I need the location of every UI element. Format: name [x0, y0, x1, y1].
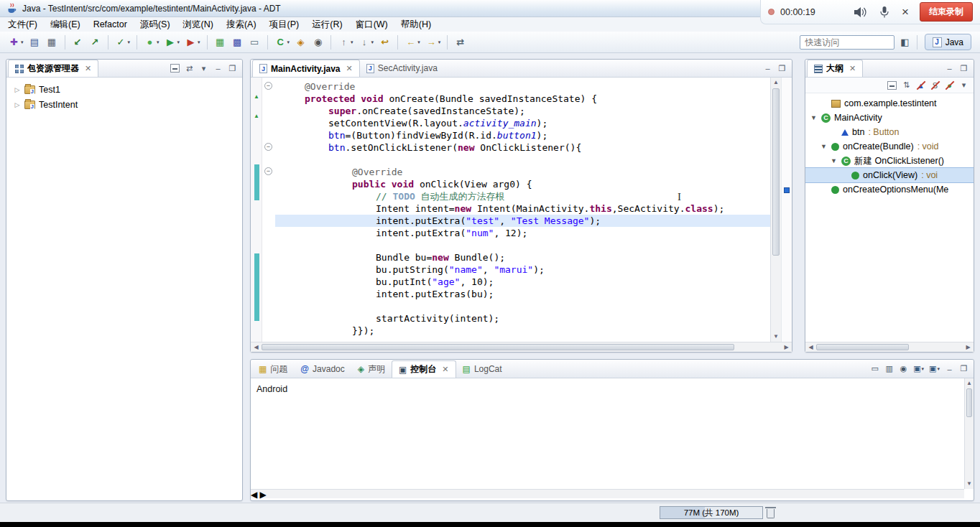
scroll-up-icon[interactable]: ▲: [965, 378, 974, 388]
scroll-lock-icon[interactable]: ▥: [884, 364, 894, 374]
scroll-down-icon[interactable]: ▼: [771, 332, 781, 342]
code-line[interactable]: public void onClick(View arg0) {: [275, 178, 770, 190]
hide-static-members-icon[interactable]: S: [930, 80, 940, 90]
scroll-up-icon[interactable]: ▲: [771, 78, 781, 88]
debug-button[interactable]: ●▾: [142, 34, 162, 50]
collapse-arrow-icon[interactable]: ▼: [830, 157, 838, 164]
fold-collapse-icon[interactable]: −: [264, 82, 272, 90]
code-line[interactable]: @Override: [275, 166, 770, 178]
stop-recording-button[interactable]: 结束录制: [920, 2, 973, 22]
scroll-down-icon[interactable]: ▼: [965, 479, 974, 489]
last-edit-location-button[interactable]: ↩: [376, 34, 393, 50]
new-android-project-button[interactable]: ▦: [212, 34, 228, 50]
code-line[interactable]: setContentView(R.layout.activity_main);: [275, 117, 770, 129]
outline-item[interactable]: onClick(View) : voi: [805, 168, 974, 182]
scrollbar-thumb[interactable]: [772, 88, 780, 256]
editor-tab[interactable]: JSecActivity.java: [360, 60, 444, 77]
export-button[interactable]: ↗: [87, 34, 103, 50]
overview-annotation[interactable]: [784, 187, 790, 193]
link-with-editor-button[interactable]: ⇄: [452, 34, 468, 50]
outline-item[interactable]: ▼CMainActivity: [805, 111, 974, 125]
menu-item[interactable]: 运行(R): [305, 17, 348, 32]
fold-collapse-icon[interactable]: −: [264, 167, 272, 175]
build-button[interactable]: ✓▾: [113, 34, 133, 50]
scrollbar-thumb[interactable]: [816, 344, 909, 350]
open-type-button[interactable]: ◈: [292, 34, 309, 50]
view-menu-icon[interactable]: ▾: [199, 63, 208, 73]
code-line[interactable]: intent.putExtras(bu);: [275, 288, 770, 300]
display-selected-console-icon[interactable]: ▣▾: [913, 364, 924, 374]
scroll-right-icon[interactable]: ▶: [781, 342, 792, 352]
avd-manager-button[interactable]: ▭: [246, 34, 263, 50]
code-line[interactable]: btn.setOnClickListener(new OnClickListen…: [275, 141, 770, 154]
code-line[interactable]: super.onCreate(savedInstanceState);: [275, 105, 770, 117]
scrollbar-thumb[interactable]: [262, 344, 734, 350]
sort-icon[interactable]: ⇅: [902, 80, 911, 90]
scroll-left-icon[interactable]: ◀: [251, 490, 257, 500]
code-line[interactable]: [275, 300, 770, 312]
scroll-right-icon[interactable]: ▶: [963, 342, 974, 352]
android-sdk-manager-button[interactable]: ▩: [229, 34, 246, 50]
collapse-all-icon[interactable]: [887, 81, 897, 90]
menu-item[interactable]: 文件(F): [1, 17, 44, 32]
code-line[interactable]: Intent intent=new Intent(MainActivity.th…: [275, 202, 770, 215]
menu-item[interactable]: Refactor: [87, 18, 134, 31]
fold-collapse-icon[interactable]: −: [264, 143, 272, 151]
tab-declaration[interactable]: ◈声明: [351, 360, 392, 378]
tab-logcat[interactable]: ▤LogCat: [456, 360, 509, 378]
console-horizontal-scrollbar[interactable]: ◀ ▶: [251, 489, 964, 498]
tab-problems[interactable]: ▦问题: [252, 360, 294, 378]
code-line[interactable]: protected void onCreate(Bundle savedInst…: [275, 93, 770, 105]
menu-item[interactable]: 项目(P): [263, 17, 306, 32]
run-button[interactable]: ▶▾: [162, 34, 182, 50]
collapse-arrow-icon[interactable]: ▼: [810, 114, 818, 121]
menu-item[interactable]: 源码(S): [134, 17, 177, 32]
code-line[interactable]: intent.putExtra("num", 12);: [275, 227, 770, 239]
run-external-button[interactable]: ▶▾: [182, 34, 203, 50]
outline-horizontal-scrollbar[interactable]: ◀ ▶: [805, 342, 974, 352]
code-line[interactable]: @Override: [275, 80, 770, 93]
scroll-right-icon[interactable]: ▶: [260, 490, 267, 500]
prev-annotation-button[interactable]: ↑▾: [336, 34, 356, 50]
new-wizard-button[interactable]: ✚▾: [6, 34, 26, 50]
editor-vertical-scrollbar[interactable]: ▲ ▼: [770, 78, 781, 342]
garbage-collect-button[interactable]: [767, 509, 775, 518]
code-line[interactable]: btn=(Button)findViewById(R.id.button1);: [275, 129, 770, 141]
back-button[interactable]: ←▾: [402, 34, 422, 50]
expand-arrow-icon[interactable]: ▷: [14, 86, 21, 93]
search-button[interactable]: ◉: [310, 34, 326, 50]
forward-button[interactable]: →▾: [423, 34, 443, 50]
maximize-icon[interactable]: ❐: [959, 364, 969, 374]
code-line[interactable]: [275, 239, 770, 251]
open-perspective-icon[interactable]: ◧: [900, 37, 909, 47]
recorder-close-icon[interactable]: ×: [902, 7, 909, 17]
close-icon[interactable]: ✕: [442, 365, 448, 374]
minimize-icon[interactable]: –: [945, 63, 954, 73]
close-icon[interactable]: ✕: [849, 64, 856, 73]
menu-item[interactable]: 帮助(H): [394, 17, 438, 32]
outline-item[interactable]: ▼C新建 OnClickListener(): [805, 154, 974, 168]
scroll-left-icon[interactable]: ◀: [251, 342, 262, 352]
code-line[interactable]: // TODO 自动生成的方法存根: [275, 190, 770, 202]
menu-item[interactable]: 浏览(N): [177, 17, 220, 32]
tab-console[interactable]: ▣控制台✕: [392, 360, 456, 378]
editor-horizontal-scrollbar[interactable]: ◀ ▶: [251, 342, 792, 352]
outline-item[interactable]: com.example.testintent: [805, 96, 974, 111]
project-tree-item[interactable]: ▷TestIntent: [6, 97, 242, 112]
speaker-icon[interactable]: [854, 7, 867, 17]
link-with-editor-icon[interactable]: ⇄: [185, 63, 194, 73]
quick-access-input[interactable]: [800, 35, 895, 50]
next-annotation-button[interactable]: ↓▾: [356, 34, 376, 50]
open-console-icon[interactable]: ▣▾: [929, 364, 940, 374]
maximize-icon[interactable]: ❐: [228, 63, 237, 73]
outline-item[interactable]: ▼onCreate(Bundle) : void: [805, 139, 974, 154]
maximize-icon[interactable]: ❐: [777, 63, 787, 73]
minimize-icon[interactable]: –: [763, 63, 772, 73]
close-icon[interactable]: ✕: [346, 64, 352, 73]
hide-non-public-members-icon[interactable]: ●: [945, 80, 954, 90]
print-button[interactable]: ▦: [44, 34, 60, 50]
code-line[interactable]: bu.putString("name", "marui");: [275, 264, 770, 276]
import-button[interactable]: ↙: [70, 34, 86, 50]
scroll-left-icon[interactable]: ◀: [805, 342, 816, 352]
editor-tab[interactable]: JMainActivity.java✕: [252, 60, 360, 77]
